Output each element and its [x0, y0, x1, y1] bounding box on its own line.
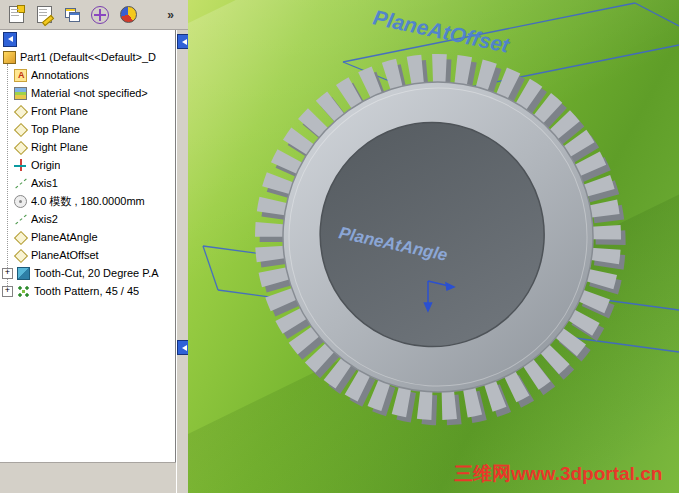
circular-pattern-icon	[17, 285, 30, 298]
tree-item-origin[interactable]: Origin	[0, 156, 175, 174]
tile-windows-button[interactable]	[59, 2, 85, 28]
annotations-folder-icon	[14, 69, 27, 82]
toolbar: »	[0, 0, 188, 30]
document-icon	[9, 6, 24, 23]
tree-item-plane-at-angle[interactable]: PlaneAtAngle	[0, 228, 175, 246]
panel-collapse-button[interactable]	[3, 32, 17, 47]
edit-document-icon	[37, 6, 52, 23]
watermark: 三维网www.3dportal.cn	[454, 463, 662, 484]
tree-item-label: PlaneAtOffset	[31, 249, 99, 261]
expand-icon[interactable]: +	[2, 268, 13, 279]
pan-icon	[91, 6, 109, 24]
toolbar-overflow-chevron[interactable]: »	[167, 8, 174, 22]
collapse-left-arrow-icon	[8, 36, 13, 42]
tree-item-label: Tooth-Cut, 20 Degree P.A	[34, 267, 159, 279]
expand-icon[interactable]: +	[2, 286, 13, 297]
tree-item-annotations[interactable]: Annotations	[0, 66, 175, 84]
tree-item-label: Part1 (Default<<Default>_D	[20, 51, 156, 63]
cut-extrude-icon	[17, 267, 30, 280]
tree-item-material[interactable]: Material <not specified>	[0, 84, 175, 102]
material-icon	[14, 87, 27, 100]
collapse-left-arrow-icon	[182, 39, 187, 45]
tree-item-tooth-cut[interactable]: +Tooth-Cut, 20 Degree P.A	[0, 264, 175, 282]
axis-icon	[14, 213, 27, 226]
tree-item-axis2[interactable]: Axis2	[0, 210, 175, 228]
plane-icon	[14, 231, 27, 244]
tree-item-label: Right Plane	[31, 141, 88, 153]
pan-button[interactable]	[87, 2, 113, 28]
tree-item-label: 4.0 模数 , 180.0000mm	[31, 194, 145, 209]
tree-item-label: Axis1	[31, 177, 58, 189]
part-icon	[3, 51, 16, 64]
viewport-canvas: PlaneAtOffset PlaneAtAngle 三维网www.3dport…	[188, 0, 679, 493]
plane-icon	[14, 105, 27, 118]
plane-icon	[14, 141, 27, 154]
tree-item-tooth-pattern[interactable]: +Tooth Pattern, 45 / 45	[0, 282, 175, 300]
panel-header	[0, 30, 175, 48]
plane-icon	[14, 249, 27, 262]
tree-item-right-plane[interactable]: Right Plane	[0, 138, 175, 156]
tile-windows-icon	[65, 8, 80, 22]
axis-icon	[14, 177, 27, 190]
tree-item-plane-at-offset[interactable]: PlaneAtOffset	[0, 246, 175, 264]
feature-manager-panel: Part1 (Default<<Default>_D Annotations M…	[0, 30, 176, 463]
tree-item-module-dimension[interactable]: 4.0 模数 , 180.0000mm	[0, 192, 175, 210]
edit-document-button[interactable]	[31, 2, 57, 28]
collapse-left-arrow-icon	[182, 345, 187, 351]
tree-item-label: PlaneAtAngle	[31, 231, 98, 243]
tree-item-label: Front Plane	[31, 105, 88, 117]
tree-item-label: Top Plane	[31, 123, 80, 135]
tree-item-label: Material <not specified>	[31, 87, 148, 99]
tree-item-top-plane[interactable]: Top Plane	[0, 120, 175, 138]
tree-item-part[interactable]: Part1 (Default<<Default>_D	[0, 48, 175, 66]
tree-item-axis1[interactable]: Axis1	[0, 174, 175, 192]
origin-icon	[14, 159, 27, 172]
panel-splitter[interactable]	[176, 30, 188, 493]
tree-item-label: Annotations	[31, 69, 89, 81]
dimension-icon	[14, 195, 27, 208]
pie-chart-icon	[120, 6, 137, 23]
pie-chart-button[interactable]	[115, 2, 141, 28]
document-button[interactable]	[3, 2, 29, 28]
plane-icon	[14, 123, 27, 136]
tree-item-label: Origin	[31, 159, 60, 171]
tree-item-front-plane[interactable]: Front Plane	[0, 102, 175, 120]
bevel-gear	[258, 58, 622, 422]
plane-at-offset-label: PlaneAtOffset	[371, 5, 512, 56]
feature-tree: Part1 (Default<<Default>_D Annotations M…	[0, 48, 175, 300]
tree-item-label: Tooth Pattern, 45 / 45	[34, 285, 139, 297]
graphics-viewport[interactable]: PlaneAtOffset PlaneAtAngle 三维网www.3dport…	[188, 0, 679, 493]
panel-bottom-strip	[0, 462, 176, 493]
app-window: » Part1 (Default<<Default>_D Annotations…	[0, 0, 679, 493]
tree-item-label: Axis2	[31, 213, 58, 225]
